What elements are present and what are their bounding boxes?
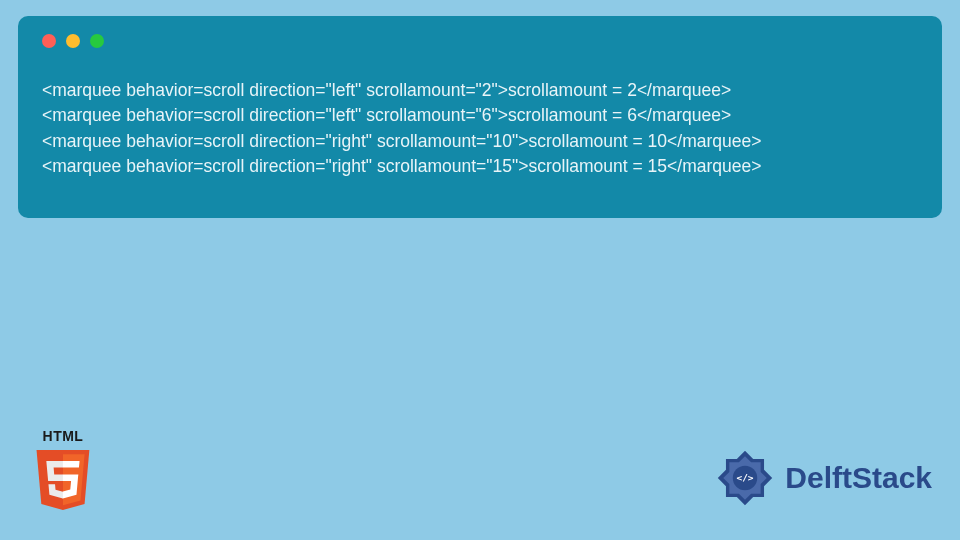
html5-shield-icon — [33, 446, 93, 514]
delftstack-emblem-icon: </> — [711, 444, 779, 512]
close-dot-icon — [42, 34, 56, 48]
brand-name: DelftStack — [785, 461, 932, 495]
html5-label: HTML — [28, 428, 98, 444]
code-window: <marquee behavior=scroll direction="left… — [18, 16, 942, 218]
code-line: <marquee behavior=scroll direction="left… — [42, 78, 918, 103]
html5-badge: HTML — [28, 428, 98, 518]
maximize-dot-icon — [90, 34, 104, 48]
svg-text:</>: </> — [737, 472, 754, 483]
code-line: <marquee behavior=scroll direction="righ… — [42, 129, 918, 154]
minimize-dot-icon — [66, 34, 80, 48]
window-controls — [42, 34, 918, 48]
brand-logo: </> DelftStack — [711, 444, 932, 512]
code-line: <marquee behavior=scroll direction="righ… — [42, 154, 918, 179]
code-line: <marquee behavior=scroll direction="left… — [42, 103, 918, 128]
code-block: <marquee behavior=scroll direction="left… — [42, 78, 918, 180]
